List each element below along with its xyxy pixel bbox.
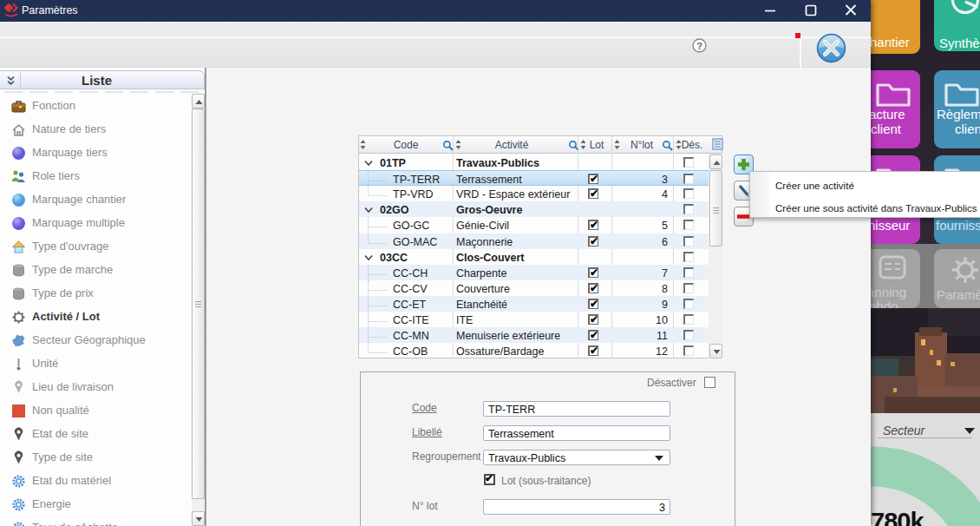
svg-text:?: ? [696, 41, 702, 51]
